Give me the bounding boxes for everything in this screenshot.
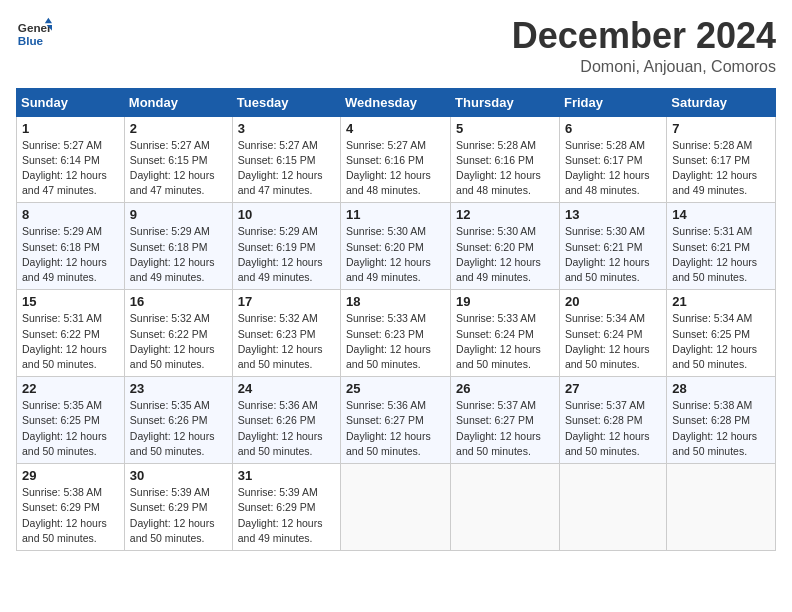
calendar-cell: 21Sunrise: 5:34 AMSunset: 6:25 PMDayligh…	[667, 290, 776, 377]
calendar-cell: 1Sunrise: 5:27 AMSunset: 6:14 PMDaylight…	[17, 116, 125, 203]
calendar-cell	[559, 464, 666, 551]
day-number: 24	[238, 381, 335, 396]
calendar-cell: 31Sunrise: 5:39 AMSunset: 6:29 PMDayligh…	[232, 464, 340, 551]
calendar-cell: 7Sunrise: 5:28 AMSunset: 6:17 PMDaylight…	[667, 116, 776, 203]
calendar-cell: 26Sunrise: 5:37 AMSunset: 6:27 PMDayligh…	[451, 377, 560, 464]
day-info: Sunrise: 5:32 AMSunset: 6:22 PMDaylight:…	[130, 311, 227, 372]
calendar-cell: 20Sunrise: 5:34 AMSunset: 6:24 PMDayligh…	[559, 290, 666, 377]
calendar-cell: 14Sunrise: 5:31 AMSunset: 6:21 PMDayligh…	[667, 203, 776, 290]
calendar-cell: 18Sunrise: 5:33 AMSunset: 6:23 PMDayligh…	[341, 290, 451, 377]
day-info: Sunrise: 5:38 AMSunset: 6:28 PMDaylight:…	[672, 398, 770, 459]
day-info: Sunrise: 5:27 AMSunset: 6:15 PMDaylight:…	[130, 138, 227, 199]
calendar-cell: 17Sunrise: 5:32 AMSunset: 6:23 PMDayligh…	[232, 290, 340, 377]
logo: General Blue	[16, 16, 56, 52]
calendar-cell: 15Sunrise: 5:31 AMSunset: 6:22 PMDayligh…	[17, 290, 125, 377]
day-info: Sunrise: 5:29 AMSunset: 6:18 PMDaylight:…	[130, 224, 227, 285]
calendar-cell: 5Sunrise: 5:28 AMSunset: 6:16 PMDaylight…	[451, 116, 560, 203]
day-info: Sunrise: 5:37 AMSunset: 6:27 PMDaylight:…	[456, 398, 554, 459]
day-info: Sunrise: 5:30 AMSunset: 6:20 PMDaylight:…	[456, 224, 554, 285]
page-header: General Blue December 2024 Domoni, Anjou…	[16, 16, 776, 76]
title-block: December 2024 Domoni, Anjouan, Comoros	[512, 16, 776, 76]
day-number: 14	[672, 207, 770, 222]
location: Domoni, Anjouan, Comoros	[512, 58, 776, 76]
calendar-cell: 25Sunrise: 5:36 AMSunset: 6:27 PMDayligh…	[341, 377, 451, 464]
calendar-cell	[451, 464, 560, 551]
day-info: Sunrise: 5:36 AMSunset: 6:27 PMDaylight:…	[346, 398, 445, 459]
day-info: Sunrise: 5:39 AMSunset: 6:29 PMDaylight:…	[238, 485, 335, 546]
day-number: 31	[238, 468, 335, 483]
calendar-cell: 3Sunrise: 5:27 AMSunset: 6:15 PMDaylight…	[232, 116, 340, 203]
svg-text:Blue: Blue	[18, 34, 44, 47]
calendar-week-row: 29Sunrise: 5:38 AMSunset: 6:29 PMDayligh…	[17, 464, 776, 551]
day-number: 26	[456, 381, 554, 396]
day-info: Sunrise: 5:32 AMSunset: 6:23 PMDaylight:…	[238, 311, 335, 372]
day-info: Sunrise: 5:29 AMSunset: 6:18 PMDaylight:…	[22, 224, 119, 285]
day-info: Sunrise: 5:31 AMSunset: 6:22 PMDaylight:…	[22, 311, 119, 372]
day-number: 1	[22, 121, 119, 136]
day-info: Sunrise: 5:36 AMSunset: 6:26 PMDaylight:…	[238, 398, 335, 459]
day-info: Sunrise: 5:28 AMSunset: 6:16 PMDaylight:…	[456, 138, 554, 199]
day-number: 18	[346, 294, 445, 309]
day-number: 9	[130, 207, 227, 222]
calendar-cell: 16Sunrise: 5:32 AMSunset: 6:22 PMDayligh…	[124, 290, 232, 377]
weekday-header: Sunday	[17, 88, 125, 116]
calendar-header: SundayMondayTuesdayWednesdayThursdayFrid…	[17, 88, 776, 116]
day-info: Sunrise: 5:28 AMSunset: 6:17 PMDaylight:…	[565, 138, 661, 199]
day-info: Sunrise: 5:33 AMSunset: 6:23 PMDaylight:…	[346, 311, 445, 372]
day-info: Sunrise: 5:38 AMSunset: 6:29 PMDaylight:…	[22, 485, 119, 546]
day-number: 20	[565, 294, 661, 309]
day-number: 11	[346, 207, 445, 222]
calendar-cell: 22Sunrise: 5:35 AMSunset: 6:25 PMDayligh…	[17, 377, 125, 464]
calendar-week-row: 22Sunrise: 5:35 AMSunset: 6:25 PMDayligh…	[17, 377, 776, 464]
calendar-cell: 2Sunrise: 5:27 AMSunset: 6:15 PMDaylight…	[124, 116, 232, 203]
day-number: 23	[130, 381, 227, 396]
calendar-cell: 27Sunrise: 5:37 AMSunset: 6:28 PMDayligh…	[559, 377, 666, 464]
calendar-cell: 19Sunrise: 5:33 AMSunset: 6:24 PMDayligh…	[451, 290, 560, 377]
day-number: 27	[565, 381, 661, 396]
calendar-cell: 30Sunrise: 5:39 AMSunset: 6:29 PMDayligh…	[124, 464, 232, 551]
day-number: 10	[238, 207, 335, 222]
day-number: 30	[130, 468, 227, 483]
day-info: Sunrise: 5:30 AMSunset: 6:20 PMDaylight:…	[346, 224, 445, 285]
day-info: Sunrise: 5:27 AMSunset: 6:15 PMDaylight:…	[238, 138, 335, 199]
day-info: Sunrise: 5:27 AMSunset: 6:14 PMDaylight:…	[22, 138, 119, 199]
weekday-header: Thursday	[451, 88, 560, 116]
day-number: 6	[565, 121, 661, 136]
day-number: 21	[672, 294, 770, 309]
day-number: 4	[346, 121, 445, 136]
day-number: 15	[22, 294, 119, 309]
day-info: Sunrise: 5:30 AMSunset: 6:21 PMDaylight:…	[565, 224, 661, 285]
calendar-cell: 24Sunrise: 5:36 AMSunset: 6:26 PMDayligh…	[232, 377, 340, 464]
calendar-week-row: 1Sunrise: 5:27 AMSunset: 6:14 PMDaylight…	[17, 116, 776, 203]
day-number: 8	[22, 207, 119, 222]
day-number: 22	[22, 381, 119, 396]
day-number: 12	[456, 207, 554, 222]
calendar-body: 1Sunrise: 5:27 AMSunset: 6:14 PMDaylight…	[17, 116, 776, 550]
calendar-cell: 23Sunrise: 5:35 AMSunset: 6:26 PMDayligh…	[124, 377, 232, 464]
day-info: Sunrise: 5:29 AMSunset: 6:19 PMDaylight:…	[238, 224, 335, 285]
calendar-cell: 10Sunrise: 5:29 AMSunset: 6:19 PMDayligh…	[232, 203, 340, 290]
weekday-header-row: SundayMondayTuesdayWednesdayThursdayFrid…	[17, 88, 776, 116]
calendar-cell: 12Sunrise: 5:30 AMSunset: 6:20 PMDayligh…	[451, 203, 560, 290]
day-info: Sunrise: 5:27 AMSunset: 6:16 PMDaylight:…	[346, 138, 445, 199]
calendar-cell: 6Sunrise: 5:28 AMSunset: 6:17 PMDaylight…	[559, 116, 666, 203]
day-number: 28	[672, 381, 770, 396]
day-number: 2	[130, 121, 227, 136]
day-info: Sunrise: 5:39 AMSunset: 6:29 PMDaylight:…	[130, 485, 227, 546]
calendar-cell: 11Sunrise: 5:30 AMSunset: 6:20 PMDayligh…	[341, 203, 451, 290]
day-number: 16	[130, 294, 227, 309]
calendar-cell: 29Sunrise: 5:38 AMSunset: 6:29 PMDayligh…	[17, 464, 125, 551]
weekday-header: Saturday	[667, 88, 776, 116]
day-number: 5	[456, 121, 554, 136]
day-info: Sunrise: 5:37 AMSunset: 6:28 PMDaylight:…	[565, 398, 661, 459]
weekday-header: Wednesday	[341, 88, 451, 116]
day-info: Sunrise: 5:34 AMSunset: 6:25 PMDaylight:…	[672, 311, 770, 372]
calendar-week-row: 8Sunrise: 5:29 AMSunset: 6:18 PMDaylight…	[17, 203, 776, 290]
day-number: 13	[565, 207, 661, 222]
calendar-cell	[667, 464, 776, 551]
calendar-cell: 9Sunrise: 5:29 AMSunset: 6:18 PMDaylight…	[124, 203, 232, 290]
month-title: December 2024	[512, 16, 776, 56]
day-info: Sunrise: 5:33 AMSunset: 6:24 PMDaylight:…	[456, 311, 554, 372]
day-number: 17	[238, 294, 335, 309]
day-info: Sunrise: 5:35 AMSunset: 6:25 PMDaylight:…	[22, 398, 119, 459]
